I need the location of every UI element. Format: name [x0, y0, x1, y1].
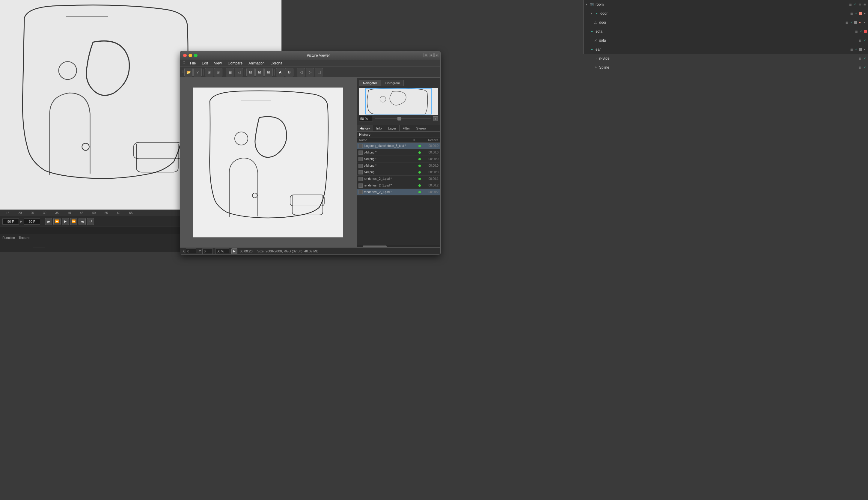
texture-label: Texture	[19, 235, 30, 239]
pv-menubar: ⠿ File Edit View Compare Animation Coron…	[180, 60, 440, 67]
go-end-button[interactable]: ⏭	[79, 218, 86, 225]
history-item[interactable]: rendertest_2_1.psd * 00:00:1	[357, 176, 440, 182]
tab-histogram[interactable]: Histogram	[381, 80, 404, 86]
vis-check-icon: ✓	[859, 30, 863, 34]
history-item[interactable]: rendertest_2_1.psd * 00:00:2	[357, 189, 440, 195]
menu-animation[interactable]: Animation	[246, 60, 267, 66]
history-item[interactable]: c4d.png * 00:00:0	[357, 149, 440, 156]
vis-grid-icon: ▦	[858, 38, 862, 43]
scene-item-nside[interactable]: ○ n-Side ▦ ✓	[584, 54, 868, 63]
tab-layer[interactable]: Layer	[385, 125, 400, 131]
tab-info[interactable]: Info	[373, 125, 385, 131]
tool-region[interactable]: ⊡	[247, 68, 255, 77]
tool-open[interactable]: 📂	[184, 68, 193, 77]
ruler-mark: 40	[68, 211, 71, 215]
end-frame-input[interactable]: 90 F	[24, 218, 40, 225]
win-ctrl-2[interactable]: ⊞	[429, 53, 434, 57]
history-item-name: c4d.png *	[364, 157, 417, 161]
scene-item-name: sofa	[596, 30, 603, 34]
tool-channels[interactable]: ▦	[226, 68, 234, 77]
scene-item-lo-sofa[interactable]: LO sofa ▦ ✓	[584, 36, 868, 45]
next-frame-button[interactable]: ⏩	[70, 218, 77, 225]
scene-item-sofa[interactable]: ● sofa ▦ ✓	[584, 27, 868, 36]
history-time: 00:00:2	[422, 184, 438, 187]
win-ctrl-3[interactable]: ✕	[434, 53, 439, 57]
pv-canvas-area[interactable]	[180, 78, 356, 247]
history-item[interactable]: jungdong_sketchntoon_3_test * 00:00:0	[357, 143, 440, 149]
pv-zoom-thumb[interactable]	[398, 117, 401, 121]
menu-file[interactable]: File	[187, 60, 198, 66]
tool-compare[interactable]: ⊟	[214, 68, 222, 77]
tab-filter[interactable]: Filter	[400, 125, 413, 131]
tool-alpha[interactable]: ◱	[235, 68, 243, 77]
win-ctrl-1[interactable]: ⊟	[423, 53, 428, 57]
scene-item-ear[interactable]: ● ear ▦ ✓ ●	[584, 45, 868, 54]
statusbar-play-button[interactable]: ▶	[231, 248, 237, 254]
vis-grid-icon: ▦	[848, 2, 853, 7]
history-item[interactable]: rendertest_2_1.psd * 00:00:2	[357, 182, 440, 189]
x-value-input[interactable]	[186, 249, 196, 254]
history-time: 00:00:0	[422, 144, 438, 147]
y-value-input[interactable]	[202, 249, 213, 254]
vis-check-icon: ✓	[853, 2, 857, 7]
menu-corona[interactable]: Corona	[268, 60, 285, 66]
pv-scrollbar[interactable]	[357, 245, 440, 247]
pv-history-tabs: History Info Layer Filter Stereo	[357, 125, 440, 132]
zoom-input[interactable]	[359, 116, 373, 122]
tool-x3[interactable]: ◫	[315, 68, 323, 77]
close-button[interactable]	[183, 54, 187, 57]
loop-button[interactable]: ↺	[87, 218, 94, 225]
scene-item-door2[interactable]: △ door ▦ ✓ ■ ●	[584, 18, 868, 27]
tool-zoom-full[interactable]: ⊞	[264, 68, 273, 77]
pv-zoom-slider[interactable]	[375, 118, 431, 119]
zoom-expand-button[interactable]: +	[433, 116, 438, 121]
vis-grid-icon: ▦	[845, 20, 849, 25]
tool-zoom-fit[interactable]: ⊠	[255, 68, 264, 77]
current-frame-input[interactable]: 90 F	[2, 218, 19, 225]
pv-scrollbar-thumb[interactable]	[363, 246, 387, 247]
grip-icon: ⠿	[183, 61, 185, 65]
minimize-button[interactable]	[189, 54, 192, 57]
history-status-dot	[419, 184, 421, 187]
pv-history-header: History	[357, 132, 440, 138]
col-name: Name	[359, 138, 411, 142]
toolbar-separator	[224, 69, 224, 76]
tab-stereo[interactable]: Stereo	[413, 125, 429, 131]
history-time: 00:00:0	[422, 151, 438, 154]
history-status-dot	[419, 164, 421, 167]
go-start-button[interactable]: ⏮	[45, 218, 52, 225]
ruler-mark: 20	[18, 211, 22, 215]
tab-navigator[interactable]: Navigator	[359, 80, 381, 86]
history-thumb	[358, 190, 363, 194]
history-item-name: c4d.png *	[364, 151, 417, 154]
vis-dot-icon: ●	[863, 47, 867, 52]
col-render: Render	[417, 138, 438, 142]
pv-titlebar: Picture Viewer ⊟ ⊞ ✕	[180, 51, 440, 60]
scene-item-spline[interactable]: ∿ Spline ▦ ✓	[584, 63, 868, 72]
tool-x2[interactable]: ▷	[306, 68, 314, 77]
play-button[interactable]: ▶	[62, 218, 69, 225]
menu-compare[interactable]: Compare	[225, 60, 245, 66]
scene-item-room[interactable]: ▼ 📷 room ▦ ✓ ⊞ ⊞	[584, 0, 868, 9]
history-status-dot	[419, 151, 421, 154]
ruler-mark: 15	[6, 211, 9, 215]
vis-check-icon: ✓	[854, 11, 858, 15]
tool-grid[interactable]: ⊞	[205, 68, 214, 77]
history-item[interactable]: c4d.png * 00:00:0	[357, 156, 440, 162]
tab-history[interactable]: History	[357, 125, 373, 131]
prev-frame-button[interactable]: ⏪	[53, 218, 60, 225]
statusbar-zoom-input[interactable]	[215, 249, 229, 254]
menu-view[interactable]: View	[212, 60, 224, 66]
scene-item-door1[interactable]: ▼ ● door ▦ ✓ ■	[584, 9, 868, 18]
tool-a[interactable]: A	[276, 68, 284, 77]
maximize-button[interactable]	[194, 54, 197, 57]
scene-item-name: door	[600, 11, 607, 15]
tool-help[interactable]: ?	[193, 68, 202, 77]
history-item[interactable]: c4d.png 00:00:0	[357, 169, 440, 176]
menu-edit[interactable]: Edit	[199, 60, 210, 66]
tool-b[interactable]: B	[285, 68, 294, 77]
color-dot	[859, 48, 862, 51]
history-item-name: rendertest_2_1.psd *	[364, 184, 417, 187]
history-item[interactable]: c4d.png * 00:00:0	[357, 162, 440, 169]
tool-x1[interactable]: ◁	[297, 68, 305, 77]
